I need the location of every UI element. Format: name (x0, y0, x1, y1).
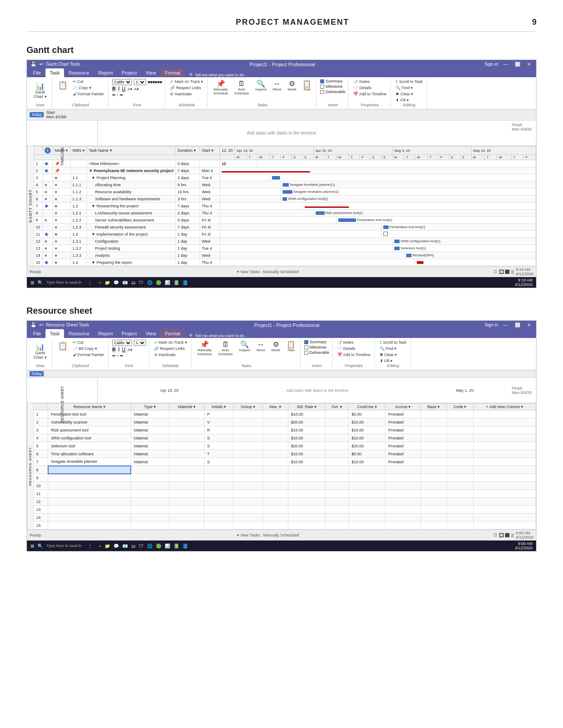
rdetails-btn[interactable]: 📄 Details (336, 346, 372, 351)
deliverable-cb[interactable] (320, 90, 324, 94)
rmove-btn[interactable]: ↔ Move (254, 340, 268, 357)
taskbar-app7[interactable]: 🟢 (156, 280, 161, 285)
find-btn[interactable]: 🔍 Find ▾ (394, 85, 424, 90)
font-family-select[interactable]: Calibri (112, 79, 132, 85)
paste-btn-r[interactable]: 📋 (56, 340, 70, 357)
taskbar-app8[interactable]: 📊 (165, 280, 170, 285)
taskbar-app1[interactable]: 📁 (105, 280, 110, 285)
rtab-project[interactable]: Project (117, 329, 141, 338)
highlight-btn[interactable]: A▾ (134, 87, 139, 91)
font-size-select[interactable]: 11 (134, 79, 146, 85)
col-duration[interactable]: Duration ▾ (176, 146, 200, 155)
rcol-code[interactable]: Code ▾ (446, 404, 473, 410)
cut-btn[interactable]: ✂ Cut (72, 79, 106, 84)
rtab-resource[interactable]: Resource (64, 329, 94, 338)
rcol-ovt[interactable]: Ovt. ▾ (325, 404, 348, 410)
gantt-chart-btn-r[interactable]: 📊 Gantt Chart ▾ (31, 342, 49, 361)
windows-start-icon[interactable]: ⊞ (30, 280, 34, 285)
rtaskbar-app1[interactable]: 📁 (105, 544, 110, 548)
fill-btn[interactable]: ⬇ Fill ▾ (394, 98, 424, 103)
rfont-family[interactable]: Calibri (112, 340, 132, 346)
copy-btn-r[interactable]: 📄 Bit Copy ▾ (72, 346, 106, 351)
mark-on-track-btn[interactable]: ✓ Mark on Track ▾ (169, 79, 204, 84)
copy-btn[interactable]: 📄 Copy ▾ (72, 85, 106, 90)
minimize-btn-r[interactable]: — (502, 322, 510, 328)
details-btn[interactable]: 📄 Details (352, 85, 388, 90)
rtask-btn[interactable]: 📋 Task (284, 340, 298, 357)
rcol-material[interactable]: Material ▾ (169, 404, 204, 410)
taskbar-app9[interactable]: 📗 (174, 280, 179, 285)
rscroll-task-btn[interactable]: ⤵ Scroll to Task (378, 340, 408, 345)
rinspect-btn[interactable]: 🔍 Inspect (237, 340, 253, 357)
signin-label[interactable]: Sign in (484, 62, 498, 67)
rmode-btn[interactable]: ⚙ Mode (269, 340, 283, 357)
bold-btn[interactable]: B (112, 86, 116, 92)
rtab-report[interactable]: Report (94, 329, 117, 338)
rrespect-btn[interactable]: 🔗 Respect Links (153, 346, 189, 351)
auto-schedule-btn[interactable]: 🗓 Auto Schedule (232, 79, 251, 97)
rcol-base[interactable]: Base ▾ (420, 404, 446, 410)
rnotes-btn[interactable]: 📝 Notes (336, 340, 372, 345)
rfill-btn[interactable]: ⬇ Fill ▾ (378, 358, 408, 364)
underline-btn[interactable]: U (122, 86, 126, 92)
close-btn-r[interactable]: ✕ (525, 322, 533, 328)
tab-view[interactable]: View (141, 68, 161, 77)
minimize-btn[interactable]: — (502, 61, 510, 67)
rauto-btn[interactable]: 🗓 Auto Schedule (216, 340, 235, 357)
format-painter-btn-r[interactable]: 🖌 Format Painter (72, 352, 106, 357)
rtaskbar-app4[interactable]: 🗂 (131, 544, 136, 548)
signin-label-r[interactable]: Sign in (484, 323, 498, 327)
rcol-initials[interactable]: Initials ▾ (204, 404, 234, 410)
rclear-btn[interactable]: ✖ Clear ▾ (378, 352, 408, 357)
taskbar-app4[interactable]: 🗂 (131, 280, 136, 285)
gantt-chart-btn[interactable]: 📊 Gantt Chart ▾ (31, 82, 49, 100)
maximize-btn-r[interactable]: ⬜ (513, 322, 522, 328)
rtaskbar-app8[interactable]: 📊 (165, 544, 170, 548)
radd-timeline-btn[interactable]: 📅 Add to Timeline (336, 352, 372, 357)
italic-btn[interactable]: I (118, 86, 120, 92)
notes-btn[interactable]: 📝 Notes (352, 79, 388, 84)
rcol-type[interactable]: Type ▾ (131, 404, 169, 410)
tab-project[interactable]: Project (117, 68, 141, 77)
rtaskbar-app2[interactable]: 💬 (113, 544, 119, 548)
inactivate-btn[interactable]: ⊘ Inactivate (169, 91, 204, 97)
rtaskbar-app3[interactable]: 📧 (122, 544, 128, 548)
mode-btn[interactable]: ⚙ Mode (285, 79, 299, 97)
taskbar-app2[interactable]: 💬 (113, 280, 119, 285)
rtaskbar-app5[interactable]: 🛡 (139, 544, 144, 548)
col-taskname[interactable]: Task Name ▾ (87, 146, 176, 155)
rmark-btn[interactable]: ✓ Mark on Track ▾ (153, 340, 189, 345)
rfont-size[interactable]: 11 (134, 340, 146, 346)
rcol-group[interactable]: Group ▾ (234, 404, 263, 410)
rtaskbar-app10[interactable]: 📘 (182, 544, 188, 548)
taskbar-app10[interactable]: 📘 (182, 280, 188, 285)
rcol-max[interactable]: Max. ▾ (263, 404, 288, 410)
add-to-timeline-btn[interactable]: 📅 Add to Timeline (352, 91, 388, 97)
rtab-task[interactable]: Task (45, 329, 64, 338)
ritalic-btn[interactable]: I (118, 347, 120, 353)
taskbar-app5[interactable]: 🛡 (139, 280, 144, 285)
scroll-to-task-btn[interactable]: ⤵ Scroll to Task (394, 79, 424, 84)
rwindows-icon[interactable]: ⊞ (30, 544, 34, 548)
task-btn[interactable]: 📋 Task (300, 79, 314, 97)
format-painter-btn[interactable]: 🖌 Format Painter (72, 91, 106, 97)
rcol-addnew[interactable]: + Add New Column ▾ (473, 404, 536, 410)
manually-schedule-btn[interactable]: 📌 Manually Schedule (211, 79, 230, 97)
rtaskbar-app7[interactable]: 🟢 (156, 544, 161, 548)
font-color-btn[interactable]: A▾ (128, 87, 132, 91)
taskbar-app3[interactable]: 📧 (122, 280, 128, 285)
summary-cb[interactable] (320, 79, 324, 83)
tab-file[interactable]: File (29, 68, 45, 77)
milestone-cb[interactable] (320, 85, 324, 89)
rcol-accrue[interactable]: Accrue ▾ (385, 404, 420, 410)
runderline-btn[interactable]: U (122, 347, 126, 353)
rtab-format[interactable]: Format (160, 329, 185, 338)
rfind-btn[interactable]: 🔍 Find ▾ (378, 346, 408, 351)
close-btn[interactable]: ✕ (525, 61, 533, 67)
rtaskbar-app6[interactable]: 🌐 (147, 544, 152, 548)
rtab-file[interactable]: File (29, 329, 45, 338)
rbold-btn[interactable]: B (112, 347, 116, 353)
respect-links-btn[interactable]: 🔗 Respect Links (169, 85, 204, 90)
rfont-color-a[interactable]: A▾ (128, 348, 132, 352)
tab-report[interactable]: Report (94, 68, 117, 77)
